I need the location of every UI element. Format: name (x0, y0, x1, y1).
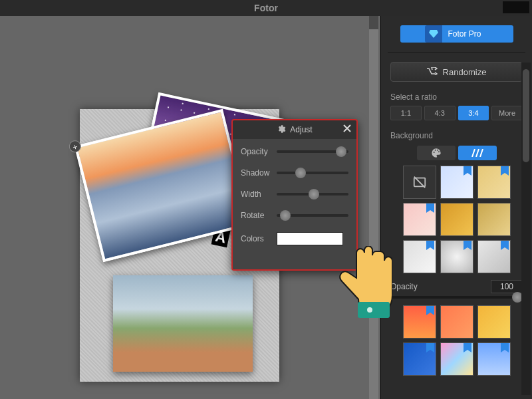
background-swatches-top (403, 166, 511, 273)
app-title: Fotor (254, 3, 278, 13)
background-swatch[interactable] (403, 240, 436, 273)
adjust-slider-label: Shadow (241, 168, 277, 178)
adjust-slider-label: Rotate (241, 211, 277, 220)
background-swatch[interactable] (477, 166, 511, 199)
background-swatch[interactable] (403, 342, 436, 376)
adjust-slider-opacity[interactable] (277, 150, 348, 153)
background-swatch[interactable] (403, 166, 436, 199)
background-swatch[interactable] (477, 342, 511, 376)
adjust-slider-rotate[interactable] (277, 214, 348, 217)
svg-point-1 (367, 307, 372, 313)
background-swatch[interactable] (403, 305, 436, 338)
adjust-color-swatch[interactable] (277, 232, 343, 245)
background-tabs (381, 146, 532, 160)
pro-ribbon-icon (464, 343, 471, 354)
adjust-colors-label: Colors (241, 234, 277, 243)
shuffle-icon (427, 67, 438, 77)
background-swatch[interactable] (440, 203, 473, 236)
ratio-button-more[interactable]: More (491, 106, 523, 120)
pro-ribbon-icon (501, 343, 509, 354)
adjust-slider-shadow[interactable] (277, 172, 348, 174)
diamond-icon (425, 25, 442, 43)
gear-icon (277, 124, 286, 136)
svg-rect-0 (358, 302, 390, 318)
background-swatch[interactable] (403, 203, 436, 236)
ratio-button-4-3[interactable]: 4:3 (424, 106, 456, 120)
ratio-section-label: Select a ratio (390, 92, 523, 102)
adjust-row-width: Width (241, 190, 348, 199)
adjust-popup-title: Adjust (290, 125, 312, 134)
adjust-row-shadow: Shadow (241, 168, 348, 178)
ratio-row: 1:14:33:4More (390, 106, 523, 120)
divider (388, 52, 525, 53)
background-swatch[interactable] (440, 342, 473, 376)
background-tab-pattern[interactable] (458, 146, 497, 160)
randomize-button[interactable]: Randomize (390, 62, 523, 82)
right-panel: Fotor Pro Randomize Select a ratio 1:14:… (380, 16, 532, 399)
pro-ribbon-icon (426, 241, 434, 251)
panel-scrollbar-thumb[interactable] (523, 69, 529, 162)
adjust-popup-header[interactable]: Adjust (233, 120, 356, 139)
hand-pointer-icon (332, 246, 392, 322)
background-swatch[interactable] (477, 240, 511, 273)
title-bar: Fotor (0, 0, 532, 16)
background-opacity-row: Opacity 100 (390, 280, 523, 293)
canvas-scrollbar-thumb[interactable] (369, 16, 378, 29)
pro-ribbon-icon (464, 241, 471, 251)
fotor-pro-label: Fotor Pro (448, 29, 481, 39)
background-section-label: Background (390, 131, 523, 140)
ratio-button-1-1[interactable]: 1:1 (390, 106, 422, 120)
add-handle-icon[interactable]: ＋ (68, 139, 82, 154)
adjust-slider-label: Width (241, 190, 277, 199)
background-swatch[interactable] (477, 203, 511, 236)
adjust-slider-label: Opacity (241, 147, 277, 156)
opacity-value[interactable]: 100 (491, 280, 523, 293)
collage-photo-3[interactable] (113, 275, 253, 372)
background-swatch[interactable] (440, 166, 473, 199)
background-swatches-bottom (403, 305, 511, 376)
canvas-scrollbar[interactable] (369, 16, 378, 399)
background-tab-palette[interactable] (417, 146, 456, 160)
pro-ribbon-icon (501, 166, 509, 177)
adjust-slider-width[interactable] (277, 193, 348, 196)
background-swatch[interactable] (477, 305, 511, 338)
pro-ribbon-icon (426, 203, 434, 214)
pro-ribbon-icon (501, 241, 509, 251)
panel-scrollbar[interactable] (521, 63, 531, 395)
pro-ribbon-icon (464, 166, 471, 177)
titlebar-minimize-area[interactable] (503, 1, 529, 13)
opacity-label: Opacity (390, 282, 418, 291)
adjust-row-rotate: Rotate (241, 211, 348, 220)
randomize-label: Randomize (443, 67, 487, 77)
background-swatch[interactable] (440, 305, 473, 338)
no-image-icon (412, 175, 427, 190)
close-icon[interactable] (343, 124, 351, 134)
ratio-button-3-4[interactable]: 3:4 (458, 106, 489, 120)
pro-ribbon-icon (426, 306, 434, 317)
opacity-slider[interactable] (390, 296, 523, 299)
adjust-row-opacity: Opacity (241, 147, 348, 156)
pro-ribbon-icon (426, 343, 434, 354)
fotor-pro-button[interactable]: Fotor Pro (400, 25, 513, 43)
background-swatch[interactable] (440, 240, 473, 273)
